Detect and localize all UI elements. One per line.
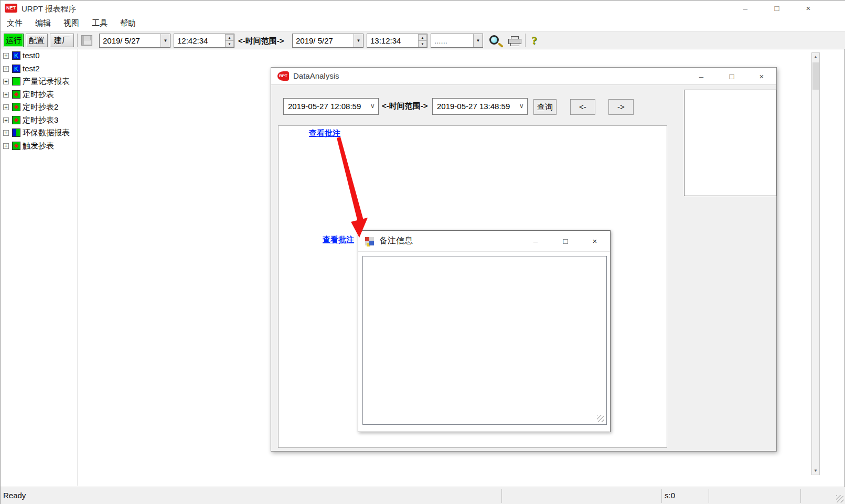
start-time-value: 12:42:34 [177,36,208,45]
sidebar-item-6[interactable]: +环保数据报表 [1,126,78,140]
tree-item-label: test0 [23,51,40,60]
maximize-button[interactable]: □ [721,68,742,85]
maximize-button[interactable]: □ [765,1,788,16]
report-timer-icon [12,116,20,124]
tree-item-label: 定时抄表3 [23,115,58,125]
search-icon[interactable] [488,35,504,50]
end-date-picker[interactable]: 2019/ 5/27 ▼ [292,34,363,48]
scrollbar-thumb[interactable] [812,62,819,90]
tree-item-label: 定时抄表2 [23,102,58,112]
close-button[interactable]: × [797,1,820,16]
chevron-down-icon[interactable]: ▼ [161,34,170,47]
series-checkbox-list [684,90,777,196]
chevron-down-icon[interactable]: ▼ [473,34,483,47]
maximize-button[interactable]: □ [555,231,576,252]
close-button[interactable]: × [751,68,772,85]
minimize-button[interactable]: – [734,1,757,16]
vertical-scrollbar[interactable]: ▲ ▼ [811,52,820,475]
main-window: NET URPT 报表程序 – □ × 文件编辑视图工具帮助 运行 配置 建厂 … [0,0,845,504]
filter-combo[interactable]: ...... ▼ [431,34,483,48]
menubar: 文件编辑视图工具帮助 [1,16,845,31]
sidebar-item-1[interactable]: +Ktest2 [1,62,78,76]
expand-plus-icon[interactable]: + [3,53,9,59]
report-blue-icon: K [12,51,20,60]
tree-item-label: 触发抄表 [23,141,54,151]
menu-item-4[interactable]: 帮助 [114,16,142,31]
expand-plus-icon[interactable]: + [3,79,9,84]
time-spin-buttons[interactable]: ▲▼ [418,34,427,47]
time-range-label: <-时间范围-> [238,36,284,46]
run-button[interactable]: 运行 [4,34,24,47]
config-button[interactable]: 配置 [26,34,48,47]
dataanalysis-title: DataAnalysis [293,71,339,80]
analysis-start-picker[interactable]: 2019-05-27 12:08:59 ∨ [283,98,379,115]
start-time-spinner[interactable]: 12:42:34 ▲▼ [174,34,234,48]
close-button[interactable]: × [584,231,605,252]
filter-combo-value: ...... [434,36,447,45]
toolbar: 运行 配置 建厂 2019/ 5/27 ▼ 12:42:34 ▲▼ <-时间范围… [1,31,845,49]
sidebar-item-7[interactable]: +触发抄表 [1,140,78,153]
report-green-icon [12,77,20,85]
dataanalysis-dialog: RPT DataAnalysis – □ × 2019-05-27 12:08:… [271,67,777,452]
scroll-up-icon[interactable]: ▲ [812,53,819,61]
app-logo-icon: NET [5,4,17,13]
toolbar-separator [77,34,78,47]
tree-item-label: test2 [23,64,40,73]
menu-item-2[interactable]: 视图 [57,16,85,31]
expand-plus-icon[interactable]: + [3,66,9,72]
annotation-arrow [328,133,386,246]
tree-item-label: 环保数据报表 [23,128,70,138]
chevron-down-icon[interactable]: ∨ [519,102,524,110]
report-timer-icon [12,103,20,111]
sidebar-item-2[interactable]: +产量记录报表 [1,75,78,88]
time-spin-buttons[interactable]: ▲▼ [225,34,234,47]
expand-plus-icon[interactable]: + [3,143,9,149]
analysis-range-label: <-时间范围-> [382,101,428,111]
notes-titlebar: 备注信息 – □ × [358,231,610,252]
end-date-value: 2019/ 5/27 [296,36,333,45]
analysis-end-value: 2019-05-27 13:48:59 [437,102,510,111]
scroll-down-icon[interactable]: ▼ [812,467,819,475]
analysis-end-picker[interactable]: 2019-05-27 13:48:59 ∨ [432,98,528,115]
report-timer-icon [12,142,20,150]
sidebar-item-4[interactable]: +定时抄表2 [1,101,78,114]
minimize-button[interactable]: – [525,231,546,252]
titlebar: NET URPT 报表程序 – □ × [1,1,845,16]
print-icon[interactable] [508,36,522,47]
build-button[interactable]: 建厂 [50,34,74,47]
expand-plus-icon[interactable]: + [3,104,9,110]
app-title: URPT 报表程序 [22,4,77,14]
sidebar-item-3[interactable]: +定时抄表 [1,88,78,101]
menu-item-3[interactable]: 工具 [85,16,114,31]
resize-grip[interactable] [597,415,604,422]
menu-item-0[interactable]: 文件 [1,16,29,31]
status-session: s:0 [665,491,675,500]
rpt-logo-icon: RPT [277,71,289,81]
query-button[interactable]: 查询 [533,99,557,115]
tree-item-label: 定时抄表 [23,90,54,100]
end-time-spinner[interactable]: 13:12:34 ▲▼ [367,34,427,48]
help-icon[interactable]: ? [531,34,537,47]
expand-plus-icon[interactable]: + [3,117,9,123]
expand-plus-icon[interactable]: + [3,130,9,136]
toolbar-separator [525,34,526,47]
sidebar-item-0[interactable]: +Ktest0 [1,49,78,62]
report-blue-icon: K [12,65,20,73]
save-icon[interactable] [81,35,92,46]
report-env-icon [12,128,20,137]
next-button[interactable]: -> [608,99,634,115]
tree-item-label: 产量记录报表 [23,77,70,87]
notes-dialog: 备注信息 – □ × [358,230,611,432]
start-date-value: 2019/ 5/27 [103,36,140,45]
chevron-down-icon[interactable]: ∨ [370,102,375,110]
expand-plus-icon[interactable]: + [3,92,9,98]
menu-item-1[interactable]: 编辑 [29,16,57,31]
prev-button[interactable]: <- [570,99,595,115]
start-date-picker[interactable]: 2019/ 5/27 ▼ [99,34,170,48]
notes-table [362,256,607,425]
resize-grip[interactable] [836,495,843,502]
chevron-down-icon[interactable]: ▼ [354,34,363,47]
status-ready: Ready [3,491,26,500]
minimize-button[interactable]: – [691,68,712,85]
sidebar-item-5[interactable]: +定时抄表3 [1,114,78,127]
